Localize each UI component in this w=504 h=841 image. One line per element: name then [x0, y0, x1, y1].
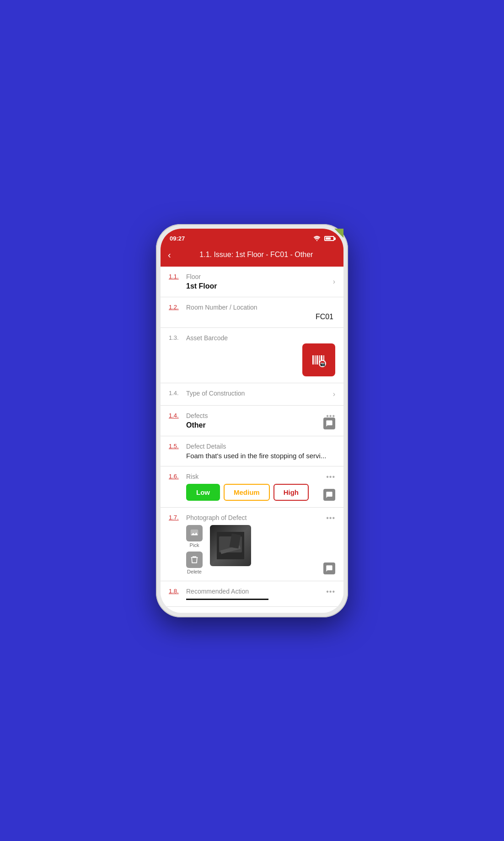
row-photo: 1.7. Photograph of Defect ••• — [161, 508, 343, 581]
row-number-construction: 1.4. — [169, 390, 183, 396]
photo-image — [210, 525, 251, 566]
svg-text:📷: 📷 — [320, 361, 326, 367]
photo-thumbnail[interactable] — [210, 525, 251, 566]
row-number-recommended[interactable]: 1.8. — [169, 588, 183, 595]
battery-icon — [324, 236, 334, 241]
comment-icon-photo[interactable] — [323, 562, 335, 574]
row-construction: 1.4. Type of Construction › — [161, 383, 343, 406]
chevron-construction[interactable]: › — [333, 390, 335, 398]
photo-section: Pick Delete — [169, 525, 335, 574]
status-time: 09:27 — [170, 235, 185, 242]
pick-label: Pick — [190, 542, 199, 548]
comment-icon-risk[interactable] — [323, 489, 335, 501]
row-number-defects[interactable]: 1.4. — [169, 412, 183, 419]
row-floor: 1.1. Floor 1st Floor › — [161, 267, 343, 297]
row-title-room: Room Number / Location — [186, 304, 257, 311]
corner-decoration — [334, 229, 343, 238]
row-risk: 1.6. Risk ••• Low Medium High — [161, 466, 343, 508]
risk-low-button[interactable]: Low — [186, 484, 220, 501]
row-value-floor: 1st Floor — [169, 282, 335, 290]
row-room: 1.2. Room Number / Location FC01 — [161, 297, 343, 328]
header-title: 1.1. Issue: 1st Floor - FC01 - Other — [177, 251, 336, 259]
row-number-barcode: 1.3. — [169, 334, 183, 341]
wifi-icon — [313, 236, 321, 242]
status-icons — [313, 236, 334, 242]
more-dots-risk[interactable]: ••• — [326, 473, 335, 481]
row-number-room[interactable]: 1.2. — [169, 304, 183, 311]
svg-rect-3 — [316, 355, 318, 364]
underline-decoration — [186, 599, 268, 600]
row-title-defects: Defects — [186, 412, 208, 419]
row-defect-details: 1.5. Defect Details Foam that's used in … — [161, 436, 343, 466]
row-title-photo: Photograph of Defect — [186, 514, 247, 521]
risk-high-button[interactable]: High — [273, 484, 309, 501]
delete-label: Delete — [187, 569, 202, 574]
row-recommended-action: 1.8. Recommended Action ••• — [161, 581, 343, 607]
row-number-risk[interactable]: 1.6. — [169, 473, 183, 480]
row-defects: 1.4. Defects Other › ••• — [161, 406, 343, 436]
status-bar: 09:27 — [161, 230, 343, 245]
svg-rect-2 — [315, 355, 316, 364]
comment-icon-defects[interactable] — [323, 418, 335, 429]
scroll-content: 1.1. Floor 1st Floor › 1.2. Room Number … — [161, 267, 343, 613]
row-number-photo[interactable]: 1.7. — [169, 514, 183, 521]
more-dots-recommended[interactable]: ••• — [326, 588, 335, 596]
row-value-defects: Other — [169, 421, 318, 429]
delete-photo-button[interactable]: Delete — [186, 552, 203, 574]
photo-actions: Pick Delete — [186, 525, 203, 574]
row-number-floor[interactable]: 1.1. — [169, 273, 183, 280]
phone-screen: 09:27 ‹ 1.1. Issue: 1st Floor - FC01 — [161, 229, 343, 613]
more-dots-photo[interactable]: ••• — [326, 514, 335, 522]
barcode-scan-button[interactable]: 📷 — [302, 343, 335, 376]
row-title-construction: Type of Construction — [186, 390, 245, 397]
delete-photo-icon — [186, 552, 203, 568]
phone-frame: 09:27 ‹ 1.1. Issue: 1st Floor - FC01 — [156, 224, 348, 617]
risk-medium-button[interactable]: Medium — [224, 484, 270, 501]
chevron-floor[interactable]: › — [333, 278, 335, 286]
row-barcode: 1.3. Asset Barcode 📷 — [161, 328, 343, 383]
row-title-defect-details: Defect Details — [186, 443, 226, 450]
row-title-floor: Floor — [186, 273, 201, 280]
row-title-risk: Risk — [186, 473, 198, 480]
row-title-barcode: Asset Barcode — [186, 334, 228, 342]
pick-photo-icon — [186, 525, 203, 541]
risk-buttons: Low Medium High — [169, 484, 335, 501]
svg-rect-1 — [312, 355, 314, 364]
barcode-scan-area: 📷 — [169, 343, 335, 376]
row-title-recommended: Recommended Action — [186, 588, 249, 595]
back-button[interactable]: ‹ — [168, 250, 171, 260]
svg-point-0 — [316, 240, 318, 241]
row-value-room: FC01 — [169, 313, 335, 321]
row-number-defect-details[interactable]: 1.5. — [169, 443, 183, 450]
row-value-defect-details: Foam that's used in the fire stopping of… — [169, 452, 335, 460]
pick-photo-button[interactable]: Pick — [186, 525, 203, 548]
app-header: ‹ 1.1. Issue: 1st Floor - FC01 - Other — [161, 245, 343, 267]
